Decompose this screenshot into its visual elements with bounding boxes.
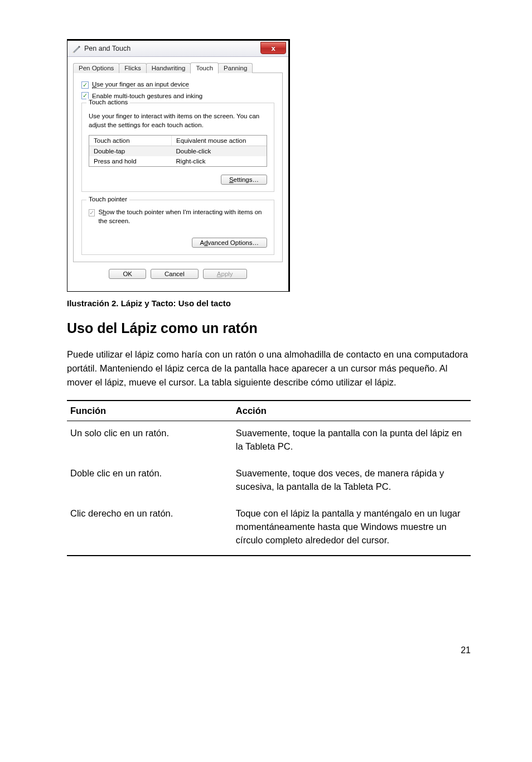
close-icon: x bbox=[271, 45, 275, 52]
checkbox-touch-pointer-row: ✓ Show the touch pointer when I'm intera… bbox=[89, 208, 267, 225]
body-paragraph: Puede utilizar el lápiz como haría con u… bbox=[67, 348, 471, 389]
settings-button-row: Settings… bbox=[89, 175, 267, 185]
checkbox-touch-pointer-label: Show the touch pointer when I'm interact… bbox=[98, 208, 267, 225]
figure-caption: Ilustración 2. Lápiz y Tacto: Uso del ta… bbox=[67, 298, 471, 308]
table-row: Doble clic en un ratón. Suavemente, toqu… bbox=[67, 461, 471, 501]
advanced-button-row: Advanced Options… bbox=[89, 238, 267, 248]
table-header-row: Touch action Equivalent mouse action bbox=[89, 136, 267, 146]
page-number: 21 bbox=[67, 645, 471, 655]
tab-flicks[interactable]: Flicks bbox=[119, 63, 146, 73]
table-header-row: Función Acción bbox=[67, 401, 471, 421]
table-header-action: Touch action bbox=[89, 136, 172, 146]
table-row: Un solo clic en un ratón. Suavemente, to… bbox=[67, 421, 471, 461]
checkmark-icon: ✓ bbox=[83, 93, 88, 99]
table-header-equiv: Equivalent mouse action bbox=[172, 136, 267, 146]
fieldset-touch-actions: Touch actions Use your finger to interac… bbox=[81, 103, 274, 192]
touch-actions-table[interactable]: Touch action Equivalent mouse action Dou… bbox=[89, 135, 267, 167]
fieldset-touch-pointer: Touch pointer ✓ Show the touch pointer w… bbox=[81, 200, 274, 255]
advanced-options-button[interactable]: Advanced Options… bbox=[192, 238, 268, 248]
dialog-buttons: OK Cancel Apply bbox=[73, 262, 283, 286]
checkbox-touch-pointer[interactable]: ✓ bbox=[89, 209, 95, 216]
table-row[interactable]: Press and hold Right-click bbox=[89, 156, 267, 166]
tab-strip: Pen Options Flicks Handwriting Touch Pan… bbox=[73, 60, 283, 73]
dialog-body: Pen Options Flicks Handwriting Touch Pan… bbox=[67, 57, 288, 291]
table-row: Clic derecho en un ratón. Toque con el l… bbox=[67, 501, 471, 556]
tab-pen-options[interactable]: Pen Options bbox=[73, 63, 119, 73]
checkbox-use-finger[interactable]: ✓ bbox=[81, 81, 89, 89]
table-row[interactable]: Double-tap Double-click bbox=[89, 146, 267, 156]
apply-button[interactable]: Apply bbox=[203, 269, 247, 279]
settings-button[interactable]: Settings… bbox=[221, 175, 267, 185]
table-header-accion: Acción bbox=[233, 401, 471, 421]
figure-pen-and-touch: Pen and Touch x Pen Options Flicks Handw… bbox=[67, 39, 471, 292]
legend-touch-actions: Touch actions bbox=[86, 99, 130, 105]
titlebar: Pen and Touch x bbox=[67, 41, 288, 57]
table-header-funcion: Función bbox=[67, 401, 233, 421]
tab-panning[interactable]: Panning bbox=[218, 63, 253, 73]
tab-panel-touch: ✓ Use your finger as an input device ✓ E… bbox=[73, 73, 283, 262]
touch-actions-description: Use your finger to interact with items o… bbox=[89, 112, 267, 129]
pen-functions-table: Función Acción Un solo clic en un ratón.… bbox=[67, 400, 471, 556]
document-page: Pen and Touch x Pen Options Flicks Handw… bbox=[0, 0, 532, 678]
close-button[interactable]: x bbox=[260, 42, 286, 54]
tab-touch[interactable]: Touch bbox=[190, 62, 219, 74]
checkmark-icon: ✓ bbox=[83, 82, 88, 88]
checkbox-use-finger-label: Use your finger as an input device bbox=[92, 81, 189, 89]
tab-handwriting[interactable]: Handwriting bbox=[146, 63, 191, 73]
checkbox-use-finger-row: ✓ Use your finger as an input device bbox=[81, 81, 274, 89]
section-heading: Uso del Lápiz como un ratón bbox=[67, 320, 471, 336]
legend-touch-pointer: Touch pointer bbox=[86, 196, 129, 202]
cancel-button[interactable]: Cancel bbox=[151, 269, 199, 279]
dialog-title: Pen and Touch bbox=[84, 45, 130, 52]
checkbox-multitouch-label: Enable multi-touch gestures and inking bbox=[92, 93, 202, 99]
checkmark-icon: ✓ bbox=[89, 210, 94, 216]
ok-button[interactable]: OK bbox=[109, 269, 146, 279]
dialog-window: Pen and Touch x Pen Options Flicks Handw… bbox=[67, 39, 290, 292]
pen-icon bbox=[72, 44, 81, 53]
